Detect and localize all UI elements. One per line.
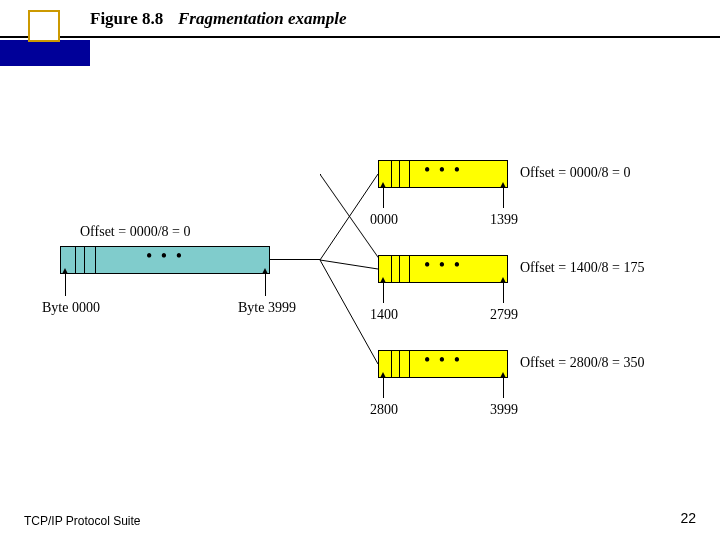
original-last-byte-label: Byte 3999 [238, 300, 296, 316]
footer-source: TCP/IP Protocol Suite [24, 514, 141, 528]
fragment-1-offset-label: Offset = 1400/8 = 175 [520, 260, 644, 276]
title-underline [0, 36, 720, 38]
fragment-1-last-byte: 2799 [490, 307, 518, 323]
fragment-2-first-byte: 2800 [370, 402, 398, 418]
fragment-1-packet: • • • [378, 255, 508, 283]
svg-line-1 [320, 260, 378, 269]
decorative-navy-bar [0, 40, 90, 66]
original-offset-label: Offset = 0000/8 = 0 [80, 224, 190, 240]
ellipsis-icon: • • • [61, 246, 269, 267]
ellipsis-icon: • • • [379, 160, 507, 181]
decorative-square [28, 10, 60, 42]
fragment-2-packet: • • • [378, 350, 508, 378]
arrow-up-icon [503, 283, 504, 303]
original-first-byte-label: Byte 0000 [42, 300, 100, 316]
fragment-2-last-byte: 3999 [490, 402, 518, 418]
fragment-0-first-byte: 0000 [370, 212, 398, 228]
original-packet: • • • [60, 246, 270, 274]
arrow-up-icon [65, 274, 66, 296]
arrow-up-icon [503, 378, 504, 398]
connector-lines-svg [60, 150, 660, 450]
arrow-up-icon [503, 188, 504, 208]
ellipsis-icon: • • • [379, 350, 507, 371]
figure-number: Figure 8.8 [90, 9, 163, 29]
fragment-2-offset-label: Offset = 2800/8 = 350 [520, 355, 644, 371]
arrow-up-icon [383, 378, 384, 398]
connector-line [270, 259, 320, 260]
ellipsis-icon: • • • [379, 255, 507, 276]
fragmentation-diagram: Offset = 0000/8 = 0 • • • Byte 0000 Byte… [60, 150, 660, 450]
figure-title: Fragmentation example [178, 9, 347, 29]
arrow-up-icon [383, 188, 384, 208]
fragment-1-first-byte: 1400 [370, 307, 398, 323]
fragment-0-offset-label: Offset = 0000/8 = 0 [520, 165, 630, 181]
page-number: 22 [680, 510, 696, 526]
fragment-0-packet: • • • [378, 160, 508, 188]
arrow-up-icon [383, 283, 384, 303]
arrow-up-icon [265, 274, 266, 296]
fragment-0-last-byte: 1399 [490, 212, 518, 228]
